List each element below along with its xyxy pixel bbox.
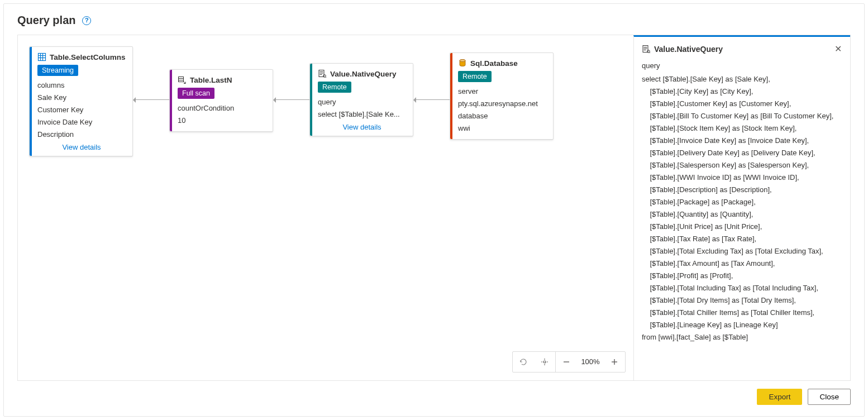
svg-line-10 (326, 77, 326, 78)
node-title: Sql.Database (458, 59, 546, 68)
node-title: Table.LastN (178, 75, 266, 84)
node-accent (30, 47, 32, 156)
badge-streaming: Streaming (37, 65, 78, 76)
close-icon[interactable]: ✕ (832, 44, 843, 55)
badge-remote: Remote (318, 82, 351, 93)
panel-label: query (642, 61, 843, 70)
close-button[interactable]: Close (808, 389, 851, 405)
node-value: 10 (178, 114, 266, 127)
reset-view-button[interactable] (513, 352, 534, 372)
view-details-link[interactable]: View details (37, 143, 126, 151)
node-table-selectcolumns[interactable]: Table.SelectColumns Streaming columns Sa… (29, 46, 133, 156)
view-details-link[interactable]: View details (318, 123, 406, 131)
node-title: Table.SelectColumns (37, 52, 126, 61)
header: Query plan ? (17, 14, 851, 27)
panel-header: Value.NativeQuery ✕ (642, 44, 843, 55)
footer: Export Close (17, 381, 851, 405)
svg-rect-5 (179, 77, 184, 82)
fit-view-button[interactable] (534, 352, 555, 372)
badge-fullscan: Full scan (178, 88, 214, 99)
list-item: Description (37, 128, 126, 141)
node-label: countOrCondition (178, 102, 266, 114)
edge (274, 99, 309, 100)
node-accent (450, 53, 452, 139)
node-title-text: Value.NativeQuery (330, 70, 397, 78)
node-label: query (318, 96, 406, 108)
badge-remote: Remote (458, 71, 492, 82)
list-item: Customer Key (37, 104, 126, 116)
export-button[interactable]: Export (757, 389, 802, 405)
node-label: server (458, 85, 546, 98)
nativequery-icon (642, 45, 651, 54)
node-value: pty.sql.azuresynapse.net (458, 98, 546, 110)
zoom-toolbar: 100% (512, 351, 626, 373)
list-item: Invoice Date Key (37, 116, 126, 128)
node-title: Value.NativeQuery (318, 69, 406, 78)
table-icon (37, 52, 46, 61)
nativequery-icon (318, 69, 327, 78)
sql-text: select [$Table].[Sale Key] as [Sale Key]… (642, 73, 843, 343)
page-title: Query plan (17, 14, 75, 27)
node-label: columns (37, 79, 126, 92)
svg-point-12 (460, 60, 465, 62)
details-panel: Value.NativeQuery ✕ query select [$Table… (633, 35, 850, 380)
lastn-icon (178, 75, 187, 84)
canvas[interactable]: Table.SelectColumns Streaming columns Sa… (18, 35, 633, 380)
help-icon[interactable]: ? (82, 16, 91, 25)
node-label: database (458, 110, 546, 122)
edge (414, 99, 450, 100)
node-accent (310, 64, 312, 136)
zoom-out-button[interactable] (556, 352, 577, 372)
node-title-text: Table.LastN (190, 76, 232, 84)
database-icon (458, 59, 467, 68)
dialog: Query plan ? Table.SelectColumns Streami… (3, 3, 865, 417)
svg-rect-0 (39, 54, 46, 61)
node-value: select [$Table].[Sale Ke... (318, 108, 406, 121)
list-item: Sale Key (37, 92, 126, 104)
node-sql-database[interactable]: Sql.Database Remote server pty.sql.azure… (450, 52, 554, 140)
edge (133, 99, 169, 100)
node-value: wwi (458, 122, 546, 135)
zoom-in-button[interactable] (604, 352, 625, 372)
main-area: Table.SelectColumns Streaming columns Sa… (17, 35, 851, 381)
node-title-text: Table.SelectColumns (50, 53, 126, 61)
zoom-value: 100% (577, 352, 604, 372)
node-value-nativequery[interactable]: Value.NativeQuery Remote query select [$… (309, 63, 413, 136)
node-title-text: Sql.Database (470, 59, 518, 68)
node-accent (170, 70, 172, 131)
svg-line-19 (650, 52, 650, 53)
panel-title: Value.NativeQuery (654, 45, 723, 54)
node-table-lastn[interactable]: Table.LastN Full scan countOrCondition 1… (169, 69, 273, 132)
svg-point-13 (543, 361, 546, 363)
